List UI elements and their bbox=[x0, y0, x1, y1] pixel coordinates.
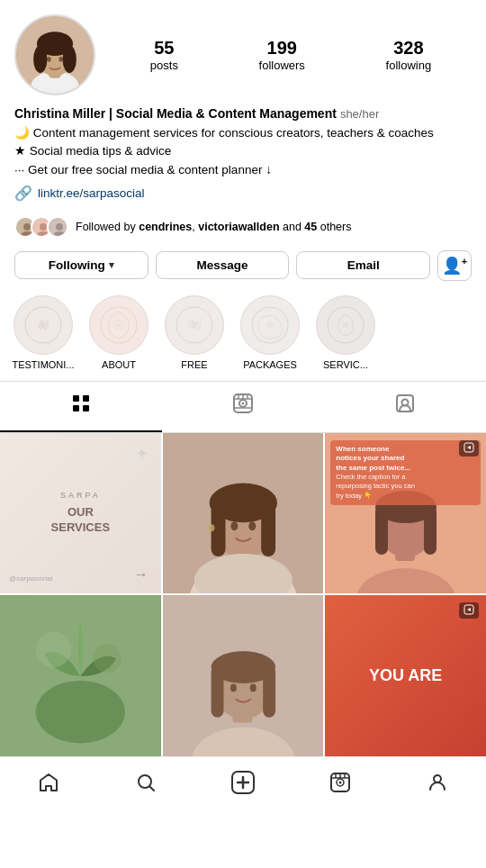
svg-point-10 bbox=[23, 223, 31, 231]
svg-point-87 bbox=[434, 775, 441, 782]
bottom-nav bbox=[0, 756, 486, 806]
link-url: linktr.ee/sarpasocial bbox=[38, 186, 145, 200]
posts-stat[interactable]: 55 posts bbox=[150, 38, 178, 72]
followed-by-text: Followed by cendrines, victoriawallden a… bbox=[76, 221, 351, 233]
highlight-circle-2 bbox=[165, 295, 224, 355]
following-label: Following bbox=[49, 258, 105, 272]
grid-cell-5[interactable]: YOU ARE bbox=[325, 595, 486, 756]
followed-user2: victoriawallden bbox=[198, 221, 279, 233]
svg-point-29 bbox=[343, 321, 349, 328]
following-count: 328 bbox=[393, 38, 423, 59]
brand-name: SARPA bbox=[60, 491, 101, 500]
followers-stat[interactable]: 199 followers bbox=[259, 38, 305, 72]
svg-rect-60 bbox=[375, 505, 388, 555]
tab-tagged[interactable] bbox=[324, 382, 486, 432]
svg-point-51 bbox=[230, 521, 238, 530]
svg-rect-33 bbox=[83, 405, 89, 411]
followed-prefix: Followed by bbox=[76, 221, 139, 233]
link-icon: 🔗 bbox=[14, 185, 32, 202]
bio-line1: 🌙 Content management services for consci… bbox=[14, 124, 472, 142]
tab-reels[interactable] bbox=[162, 382, 324, 432]
posts-label: posts bbox=[150, 59, 178, 72]
email-button[interactable]: Email bbox=[296, 251, 430, 279]
tab-grid[interactable] bbox=[0, 382, 162, 432]
profile-name: Christina Miller | Social Media & Conten… bbox=[14, 106, 337, 121]
message-label: Message bbox=[196, 258, 248, 272]
you-are-text: YOU ARE bbox=[369, 666, 442, 686]
reel-overlay-text: When someonenotices your sharedthe same … bbox=[336, 445, 475, 501]
highlight-item-3[interactable]: PACKAGES bbox=[238, 295, 302, 370]
portrait2-image bbox=[163, 595, 324, 756]
profile-nav-icon[interactable] bbox=[418, 766, 457, 799]
add-person-button[interactable]: 👤+ bbox=[437, 250, 472, 281]
svg-point-6 bbox=[63, 45, 76, 73]
highlight-item-1[interactable]: ABOUT bbox=[86, 295, 151, 370]
followed-user1: cendrines bbox=[139, 221, 192, 233]
svg-point-7 bbox=[47, 57, 51, 62]
email-label: Email bbox=[347, 258, 380, 272]
highlights-row: TESTIMONI... ABOUT FREE bbox=[0, 292, 486, 381]
photo-grid: ✦ SARPA OURSERVICES @sarpasocial → bbox=[0, 433, 486, 756]
highlight-item-0[interactable]: TESTIMONI... bbox=[11, 295, 76, 370]
svg-rect-32 bbox=[73, 405, 79, 411]
svg-point-36 bbox=[242, 402, 245, 404]
portrait-image bbox=[163, 433, 324, 594]
grid-cell-1[interactable] bbox=[163, 433, 324, 594]
svg-line-76 bbox=[150, 787, 155, 791]
bio-line2: ★ Social media tips & advice bbox=[14, 142, 472, 160]
svg-rect-61 bbox=[424, 505, 436, 555]
profile-link[interactable]: 🔗 linktr.ee/sarpasocial bbox=[14, 185, 472, 202]
search-nav-icon[interactable] bbox=[126, 766, 166, 799]
svg-point-16 bbox=[56, 223, 63, 231]
svg-point-64 bbox=[36, 631, 72, 667]
svg-rect-72 bbox=[263, 665, 275, 718]
svg-point-13 bbox=[40, 223, 47, 231]
follower-avatars bbox=[14, 216, 68, 238]
grid-cell-2[interactable]: When someonenotices your sharedthe same … bbox=[325, 433, 486, 594]
highlight-circle-3 bbox=[240, 295, 300, 355]
grid-cell-3[interactable] bbox=[0, 595, 161, 756]
stats-row: 55 posts 199 followers 328 following bbox=[110, 38, 472, 72]
following-button[interactable]: Following ▾ bbox=[14, 251, 148, 279]
follower-avatar-3 bbox=[47, 216, 68, 238]
home-nav-icon[interactable] bbox=[29, 766, 68, 799]
highlight-label-2: FREE bbox=[181, 359, 207, 370]
svg-point-63 bbox=[36, 681, 125, 743]
highlight-item-4[interactable]: SERVIC... bbox=[313, 295, 378, 370]
following-stat[interactable]: 328 following bbox=[386, 38, 432, 72]
grid-cell-0[interactable]: ✦ SARPA OURSERVICES @sarpasocial → bbox=[0, 433, 161, 594]
profile-header: 55 posts 199 followers 328 following bbox=[0, 0, 486, 103]
services-headline: OURSERVICES bbox=[51, 505, 111, 536]
highlight-circle-1 bbox=[89, 295, 148, 355]
star-icon: ✦ bbox=[135, 444, 148, 464]
svg-rect-31 bbox=[83, 395, 89, 402]
highlight-circle-4 bbox=[316, 295, 375, 355]
reel-badge-2 bbox=[459, 602, 479, 619]
followed-by: Followed by cendrines, victoriawallden a… bbox=[0, 211, 486, 247]
svg-point-8 bbox=[58, 57, 63, 62]
reels-icon bbox=[232, 393, 254, 420]
avatar[interactable] bbox=[14, 14, 95, 95]
message-button[interactable]: Message bbox=[156, 251, 290, 279]
followers-count: 199 bbox=[267, 38, 297, 59]
svg-point-25 bbox=[191, 321, 198, 329]
following-label: following bbox=[386, 59, 432, 72]
grid-cell-4[interactable] bbox=[163, 595, 324, 756]
tagged-icon bbox=[394, 393, 416, 420]
followed-suffix: and bbox=[280, 221, 305, 233]
svg-point-5 bbox=[33, 45, 47, 73]
svg-point-65 bbox=[93, 644, 122, 673]
add-nav-icon[interactable] bbox=[223, 766, 263, 799]
svg-rect-50 bbox=[261, 502, 275, 556]
action-buttons: Following ▾ Message Email 👤+ bbox=[0, 247, 486, 292]
profile-pronouns: she/her bbox=[340, 107, 379, 121]
followers-label: followers bbox=[259, 59, 305, 72]
highlight-item-2[interactable]: FREE bbox=[162, 295, 227, 370]
bio-line3: ··· Get our free social media & content … bbox=[14, 161, 472, 179]
svg-point-52 bbox=[248, 521, 256, 530]
add-person-icon: 👤+ bbox=[442, 256, 467, 276]
reels-nav-icon[interactable] bbox=[320, 766, 360, 799]
svg-rect-71 bbox=[211, 665, 223, 718]
followed-others-count: 45 bbox=[304, 221, 317, 233]
svg-point-73 bbox=[230, 683, 237, 692]
